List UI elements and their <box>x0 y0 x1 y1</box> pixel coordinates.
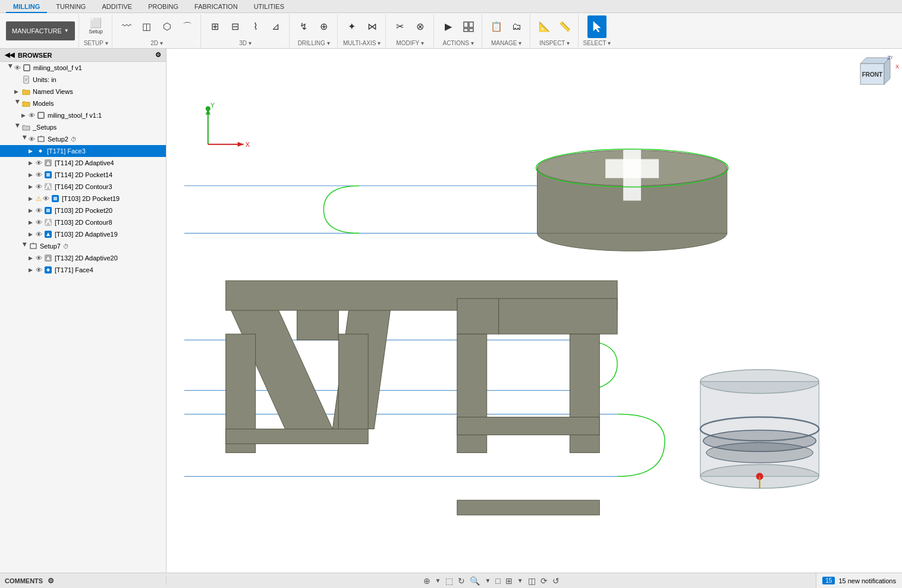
modify-label: MODIFY ▾ <box>396 40 423 46</box>
tree-item-named-views[interactable]: ▶ Named Views <box>0 86 166 98</box>
comments-label: COMMENTS <box>5 577 43 584</box>
drill-button[interactable]: ↯ <box>294 15 313 38</box>
manage1-button[interactable]: 📋 <box>487 15 506 38</box>
browser-settings-icon[interactable]: ⚙ <box>155 51 161 59</box>
browser-collapse-icon[interactable]: ◀◀ <box>5 51 14 59</box>
viewport[interactable]: FRONT X Z Y Y <box>166 49 902 573</box>
tree-item-adaptive19[interactable]: ▶ 👁 [T103] 2D Adaptive19 <box>0 228 166 240</box>
tree-arrow-adaptive20: ▶ <box>29 255 36 261</box>
post-button[interactable] <box>459 15 478 38</box>
svg-point-70 <box>706 442 813 463</box>
bore-button[interactable]: ⊕ <box>315 15 334 38</box>
tree-item-adaptive4[interactable]: ▶ 👁 [T114] 2D Adaptive4 <box>0 157 166 169</box>
pan-icon[interactable]: ⬚ <box>445 576 453 586</box>
tree-item-setup7[interactable]: ▶ Setup7 ⏱ <box>0 240 166 252</box>
orbit-icon[interactable]: ↻ <box>458 576 465 586</box>
tree-item-setups[interactable]: ▶ _Setups <box>0 121 166 133</box>
swarf-button[interactable]: ⋈ <box>363 15 382 38</box>
face-button[interactable]: ⬡ <box>158 15 177 38</box>
op-icon-adaptive4 <box>43 158 53 168</box>
manage2-button[interactable]: 🗂 <box>507 15 526 38</box>
manufacture-dropdown-arrow: ▼ <box>64 28 69 33</box>
menu-tab-probing[interactable]: PROBING <box>141 1 186 12</box>
dropdown-arrow2[interactable]: ▼ <box>485 577 491 584</box>
eye-icon-pocket14: 👁 <box>36 171 42 178</box>
op-icon-face3 <box>36 146 45 156</box>
modify-button[interactable]: ✂ <box>391 15 410 38</box>
snap-tool-icon[interactable]: ⊕ <box>423 576 430 586</box>
inspect-button[interactable]: 📐 <box>535 15 554 38</box>
tree-arrow-contour8: ▶ <box>29 219 36 225</box>
drilling-label: DRILLING ▾ <box>298 40 330 46</box>
3d-contour-button[interactable]: ⊿ <box>266 15 285 38</box>
tree-item-root[interactable]: ▶ 👁 miling_stool_f v1 <box>0 62 166 74</box>
setup-icon-setup7 <box>29 241 38 251</box>
tree-item-face4[interactable]: ▶ 👁 [T171] Face4 <box>0 264 166 276</box>
tree-item-face3[interactable]: ▶ [T171] Face3 <box>0 145 166 157</box>
simulate-icon: ▶ <box>445 22 452 32</box>
2d-contour-button[interactable]: ⌒ <box>178 15 197 38</box>
menu-tab-utilities[interactable]: UTILITIES <box>247 1 291 12</box>
grid-icon[interactable]: ⊞ <box>505 576 513 586</box>
refresh-icon[interactable]: ↺ <box>552 576 560 586</box>
svg-marker-4 <box>593 21 601 32</box>
tree-label-pocket19: [T103] 2D Pocket19 <box>62 195 120 202</box>
2d-section: 〰 ◫ ⬡ ⌒ 2D ▾ <box>114 14 201 48</box>
toolbar: MANUFACTURE ▼ ⬜ Setup SETUP ▾ 〰 ◫ ⬡ ⌒ 2D… <box>0 13 902 49</box>
tree-item-adaptive20[interactable]: ▶ 👁 [T132] 2D Adaptive20 <box>0 252 166 264</box>
select-section: SELECT ▾ <box>580 14 615 48</box>
zoom-icon[interactable]: 🔍 <box>470 576 480 586</box>
menu-tab-additive[interactable]: ADDITIVE <box>95 1 139 12</box>
effects-icon[interactable]: ⟳ <box>540 576 548 586</box>
menu-tab-milling[interactable]: MILLING <box>6 1 47 13</box>
eye-icon-adaptive20: 👁 <box>36 254 42 262</box>
svg-text:FRONT: FRONT <box>862 71 882 78</box>
tree-item-units[interactable]: Units: in <box>0 74 166 86</box>
svg-rect-1 <box>469 22 473 27</box>
multiaxis-button[interactable]: ✦ <box>342 15 362 38</box>
menu-tab-fabrication[interactable]: FABRICATION <box>187 1 245 12</box>
inspect2-button[interactable]: 📏 <box>555 15 574 38</box>
environment-icon[interactable]: ◫ <box>528 576 536 586</box>
notifications-label: 15 new notifications <box>838 577 896 584</box>
manufacture-dropdown[interactable]: MANUFACTURE ▼ <box>6 21 75 40</box>
folder-icon-setups <box>21 122 31 132</box>
multiaxis-icon: ✦ <box>348 22 356 32</box>
display-icon[interactable]: □ <box>495 576 500 586</box>
3d-adaptive-button[interactable]: ⊞ <box>206 15 225 38</box>
tree-item-models[interactable]: ▶ Models <box>0 98 166 109</box>
modify2-button[interactable]: ⊗ <box>411 15 430 38</box>
folder-icon-named-views <box>21 87 31 96</box>
scene-svg[interactable]: Y X <box>166 49 902 573</box>
setup-button[interactable]: ⬜ Setup <box>86 15 106 38</box>
comments-settings-icon[interactable]: ⚙ <box>48 577 54 585</box>
setup-icon-setup2 <box>36 134 46 144</box>
tree-item-setup2[interactable]: ▶ 👁 Setup2 ⏱ <box>0 133 166 145</box>
tree-item-contour3[interactable]: ▶ 👁 [T164] 2D Contour3 <box>0 181 166 193</box>
tree-label-root: miling_stool_f v1 <box>33 64 82 71</box>
tree-item-contour8[interactable]: ▶ 👁 [T103] 2D Contour8 <box>0 216 166 228</box>
3d-pocket-button[interactable]: ⊟ <box>226 15 245 38</box>
select-button[interactable] <box>587 15 606 38</box>
svg-rect-56 <box>457 298 499 334</box>
dropdown-arrow1[interactable]: ▼ <box>435 577 441 584</box>
3d-adaptive-icon: ⊞ <box>211 22 219 32</box>
scallop-button[interactable]: ⌇ <box>246 15 265 38</box>
menu-tab-turning[interactable]: TURNING <box>49 1 93 12</box>
tree-item-pocket19[interactable]: ▶ ⚠ 👁 [T103] 2D Pocket19 <box>0 193 166 205</box>
notifications-area[interactable]: 15 15 new notifications <box>816 573 902 588</box>
2d-adaptive-button[interactable]: 〰 <box>117 15 136 38</box>
tree-item-pocket20[interactable]: ▶ 👁 [T103] 2D Pocket20 <box>0 205 166 216</box>
2d-pocket-button[interactable]: ◫ <box>137 15 156 38</box>
swarf-icon: ⋈ <box>367 22 377 32</box>
browser-header: ◀◀ BROWSER ⚙ <box>0 49 166 62</box>
multiaxis-label: MULTI-AXIS ▾ <box>343 40 381 46</box>
viewcube[interactable]: FRONT X Z Y <box>848 55 896 96</box>
tree-label-face3: [T171] Face3 <box>47 147 86 155</box>
simulate-button[interactable]: ▶ <box>439 15 458 38</box>
tree-arrow-pocket20: ▶ <box>29 207 36 213</box>
tree-item-miling-stool[interactable]: ▶ 👁 miling_stool_f v1:1 <box>0 109 166 121</box>
dropdown-arrow3[interactable]: ▼ <box>517 577 523 584</box>
tree-item-pocket14[interactable]: ▶ 👁 [T114] 2D Pocket14 <box>0 169 166 181</box>
3d-contour-icon: ⊿ <box>272 22 279 32</box>
